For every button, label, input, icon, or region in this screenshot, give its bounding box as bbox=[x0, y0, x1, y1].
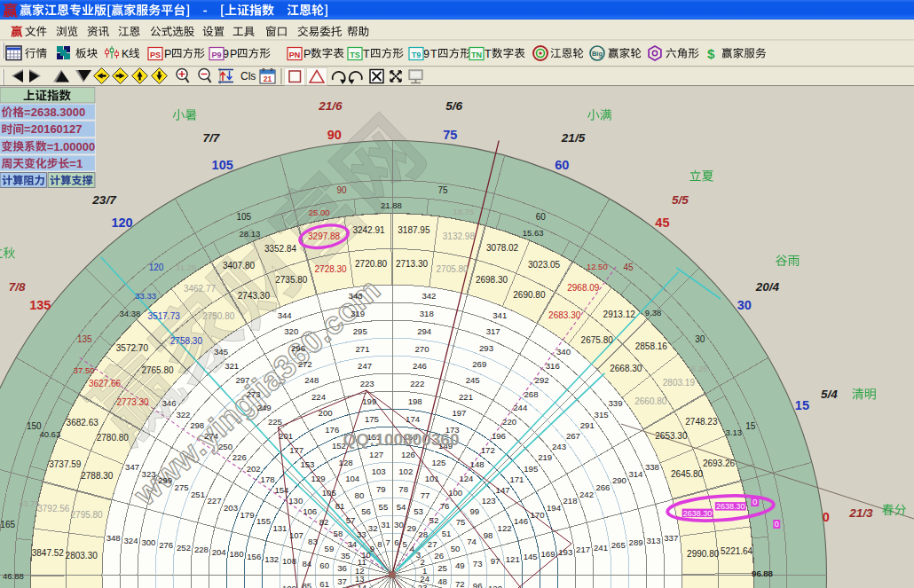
svg-text:290: 290 bbox=[612, 475, 626, 485]
svg-text:323: 323 bbox=[142, 469, 156, 479]
svg-text:122: 122 bbox=[498, 523, 512, 533]
svg-text:49: 49 bbox=[455, 561, 465, 570]
svg-text:3: 3 bbox=[416, 550, 421, 560]
svg-text:227: 227 bbox=[207, 496, 221, 506]
svg-text:31.25: 31.25 bbox=[176, 263, 197, 272]
svg-text:339: 339 bbox=[608, 398, 622, 408]
svg-text:218: 218 bbox=[563, 496, 577, 506]
svg-text:120: 120 bbox=[111, 216, 132, 230]
svg-text:128: 128 bbox=[339, 458, 353, 467]
svg-text:51: 51 bbox=[442, 529, 452, 538]
svg-text:23/7: 23/7 bbox=[91, 193, 117, 207]
svg-text:273: 273 bbox=[246, 389, 260, 399]
svg-text:26: 26 bbox=[434, 551, 444, 561]
svg-text:196: 196 bbox=[492, 431, 506, 441]
svg-text:292: 292 bbox=[535, 375, 549, 385]
svg-text:82: 82 bbox=[319, 517, 329, 527]
svg-text:2913.12: 2913.12 bbox=[603, 310, 636, 319]
svg-text:7/7: 7/7 bbox=[203, 131, 221, 145]
svg-text:Big: Big bbox=[592, 50, 603, 58]
svg-text:296: 296 bbox=[291, 343, 305, 353]
svg-text:73: 73 bbox=[473, 559, 483, 568]
svg-text:2638.30: 2638.30 bbox=[716, 502, 745, 511]
svg-text:246: 246 bbox=[413, 361, 427, 371]
svg-text:3.13: 3.13 bbox=[726, 427, 743, 437]
svg-text:169: 169 bbox=[540, 549, 555, 559]
svg-text:146: 146 bbox=[514, 516, 528, 526]
svg-text:217: 217 bbox=[576, 545, 590, 554]
svg-text:32: 32 bbox=[368, 523, 378, 533]
svg-text:199: 199 bbox=[362, 396, 376, 406]
svg-text:27: 27 bbox=[428, 539, 437, 549]
svg-text:2: 2 bbox=[421, 557, 425, 567]
svg-text:315: 315 bbox=[595, 410, 609, 419]
svg-text:P: P bbox=[303, 48, 311, 60]
svg-text:131: 131 bbox=[272, 523, 287, 533]
svg-text:170: 170 bbox=[530, 510, 544, 520]
svg-text:2803.19: 2803.19 bbox=[663, 378, 696, 388]
svg-text:3627.66: 3627.66 bbox=[89, 379, 122, 388]
svg-text:226: 226 bbox=[232, 452, 247, 462]
svg-text:106: 106 bbox=[303, 506, 317, 516]
svg-text:5221.64: 5221.64 bbox=[721, 546, 753, 556]
svg-text:100: 100 bbox=[448, 488, 462, 498]
svg-text:126: 126 bbox=[401, 450, 415, 459]
svg-text:2660.80: 2660.80 bbox=[634, 396, 667, 406]
svg-text:0: 0 bbox=[775, 520, 779, 529]
svg-text:3792.56: 3792.56 bbox=[37, 504, 70, 514]
svg-text:20/4: 20/4 bbox=[755, 280, 780, 294]
svg-text:21/3: 21/3 bbox=[848, 506, 873, 520]
svg-text:271: 271 bbox=[355, 344, 369, 354]
svg-text:36: 36 bbox=[337, 563, 347, 573]
svg-text:266: 266 bbox=[595, 482, 610, 492]
svg-text:=20160127: =20160127 bbox=[24, 122, 82, 136]
svg-text:3187.95: 3187.95 bbox=[398, 225, 430, 235]
svg-text:316: 316 bbox=[546, 361, 560, 371]
svg-text:2705.80: 2705.80 bbox=[437, 264, 469, 274]
svg-text:270: 270 bbox=[414, 344, 429, 354]
svg-text:12.50: 12.50 bbox=[587, 262, 608, 271]
svg-text:79: 79 bbox=[376, 484, 386, 494]
svg-text:31: 31 bbox=[381, 520, 390, 529]
svg-text:203: 203 bbox=[224, 503, 238, 513]
svg-text:340: 340 bbox=[556, 347, 571, 357]
svg-text:105: 105 bbox=[322, 488, 336, 498]
svg-text:2795.80: 2795.80 bbox=[71, 510, 104, 520]
svg-text:193: 193 bbox=[558, 547, 572, 557]
svg-text:21/6: 21/6 bbox=[318, 99, 343, 113]
svg-text:127: 127 bbox=[369, 450, 383, 459]
svg-text:295: 295 bbox=[353, 326, 367, 336]
svg-text:318: 318 bbox=[420, 309, 434, 318]
svg-text:248: 248 bbox=[304, 375, 319, 385]
svg-text:6.25: 6.25 bbox=[691, 364, 708, 373]
svg-text:107: 107 bbox=[289, 530, 303, 540]
svg-text:45: 45 bbox=[623, 263, 634, 272]
svg-text:242: 242 bbox=[579, 490, 594, 499]
svg-text:75: 75 bbox=[443, 128, 457, 142]
svg-text:219: 219 bbox=[538, 452, 552, 462]
svg-text:267: 267 bbox=[566, 431, 580, 441]
svg-text:180: 180 bbox=[229, 549, 243, 559]
svg-text:244: 244 bbox=[513, 403, 528, 412]
svg-text:294: 294 bbox=[417, 326, 432, 336]
svg-text:72: 72 bbox=[455, 579, 465, 588]
svg-text:2668.30: 2668.30 bbox=[610, 364, 642, 373]
svg-text:TN: TN bbox=[471, 51, 482, 59]
svg-text:T9: T9 bbox=[412, 51, 422, 59]
svg-text:P: P bbox=[230, 48, 237, 60]
svg-text:30: 30 bbox=[695, 334, 705, 344]
svg-text:28: 28 bbox=[418, 529, 428, 539]
svg-text:2968.09: 2968.09 bbox=[567, 283, 600, 293]
svg-text:265: 265 bbox=[611, 540, 626, 550]
svg-text:81: 81 bbox=[335, 501, 345, 511]
svg-text:P: P bbox=[164, 48, 171, 60]
svg-text:37: 37 bbox=[337, 576, 347, 586]
svg-text:124: 124 bbox=[459, 474, 474, 483]
svg-text:9.38: 9.38 bbox=[645, 308, 662, 318]
svg-text:135: 135 bbox=[29, 298, 51, 312]
svg-text:85: 85 bbox=[302, 581, 311, 588]
svg-text:29: 29 bbox=[406, 523, 416, 533]
svg-text:25: 25 bbox=[437, 563, 447, 573]
svg-text:177: 177 bbox=[289, 445, 303, 455]
svg-text:6: 6 bbox=[394, 537, 398, 547]
